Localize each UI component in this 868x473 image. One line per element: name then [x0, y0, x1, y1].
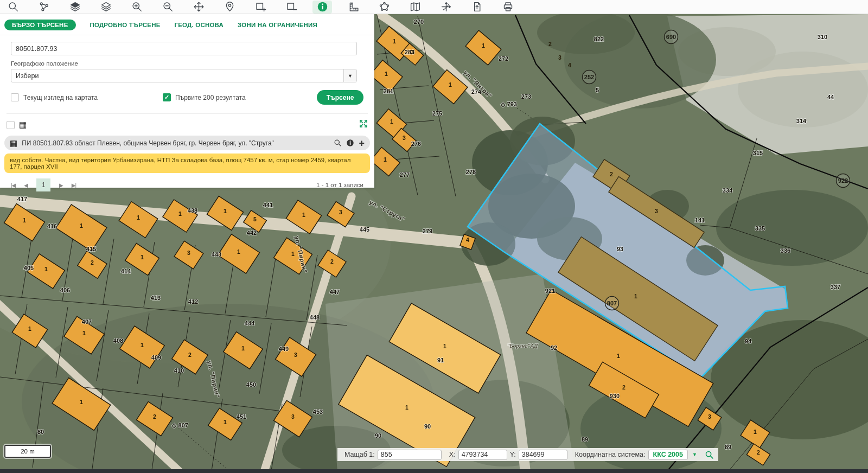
map-label: 1 [80, 399, 83, 405]
x-input[interactable] [458, 450, 507, 460]
search-button[interactable]: Търсене [317, 90, 363, 105]
zoom-in-icon[interactable] [127, 1, 146, 14]
layers-filled-icon[interactable] [65, 1, 85, 14]
result-title: ПИ 80501.807.93 област Плевен, община Че… [22, 139, 329, 147]
map-label: 1 [390, 118, 393, 125]
geo-select[interactable]: Избери ▼ [11, 69, 357, 82]
map-label: 89 [582, 436, 588, 443]
map-label: 443 [212, 251, 221, 258]
status-bar: Мащаб 1: X: Y: Координатна система: ККС … [337, 448, 718, 461]
status-search-icon[interactable] [705, 450, 714, 459]
map-label: 413 [151, 295, 161, 301]
zoom-out-icon[interactable] [158, 1, 177, 14]
search-panel: БЪРЗО ТЪРСЕНЕПОДРОБНО ТЪРСЕНЕГЕОД. ОСНОВ… [0, 14, 374, 188]
map-label: 273 [521, 93, 531, 100]
map-label: 414 [121, 268, 131, 274]
map-icon[interactable] [405, 1, 425, 14]
pagination: |◀ ◀ 1 ▶ ▶| 1 - 1 от 1 записи [11, 178, 363, 191]
search-icon[interactable] [3, 1, 23, 14]
map-label: 5 [596, 87, 599, 93]
tab-1[interactable]: ПОДРОБНО ТЪРСЕНЕ [90, 22, 161, 28]
map-label: 277 [400, 171, 410, 178]
layers-outline-icon[interactable] [96, 1, 116, 14]
map-label-circled: 252 [583, 71, 596, 84]
info-icon[interactable] [312, 1, 332, 14]
map-label: 1 [80, 222, 83, 229]
map-label: 444 [245, 320, 255, 327]
geo-select-value: Избери [11, 72, 343, 80]
map-label: 92 [551, 344, 557, 351]
map-label: 2 [91, 259, 94, 266]
map-label: 4 [466, 237, 469, 243]
print-icon[interactable] [498, 1, 518, 14]
map-label: 3 [708, 413, 711, 420]
prev-page-button[interactable]: ◀ [24, 182, 28, 188]
next-page-button[interactable]: ▶ [59, 182, 63, 188]
result-info-icon[interactable] [346, 139, 354, 147]
map-label: 1 [754, 429, 757, 435]
map-label: 406 [60, 287, 70, 293]
map-label: 3 [187, 250, 190, 256]
map-label: 448 [310, 314, 320, 321]
map-label: 2 [330, 258, 334, 265]
add-result-icon[interactable]: + [359, 138, 365, 148]
measure-icon[interactable] [343, 1, 363, 14]
geo-label: Географско положение [0, 55, 374, 69]
map-label: 3 [655, 208, 658, 214]
crs-chevron-down-icon[interactable]: ▼ [692, 452, 697, 457]
result-row[interactable]: ▦ ПИ 80501.807.93 област Плевен, община … [4, 136, 370, 150]
map-label: 407 [82, 318, 92, 325]
map-label: 405 [24, 265, 34, 271]
first-page-button[interactable]: |◀ [11, 182, 15, 188]
map-label: 335 [755, 225, 765, 232]
scale-input[interactable] [378, 450, 442, 460]
scheme-icon[interactable] [34, 1, 54, 14]
map-label: 1 [224, 208, 227, 214]
polygon-icon[interactable] [374, 1, 394, 14]
map-label: 94 [745, 338, 752, 344]
map-label-circled: 922 [837, 174, 850, 188]
map-label: 80 [37, 429, 44, 435]
tab-0[interactable]: БЪРЗО ТЪРСЕНЕ [4, 20, 76, 30]
grid-icon: ▦ [19, 120, 27, 130]
current-page[interactable]: 1 [36, 178, 50, 191]
crs-select[interactable]: ККС 2005 [648, 450, 688, 460]
map-label: 3 [294, 351, 297, 358]
y-input[interactable] [519, 450, 567, 460]
map-label: 90 [424, 423, 431, 430]
first-200-label: Първите 200 резултата [175, 94, 246, 101]
current-view-checkbox[interactable] [11, 93, 19, 101]
chevron-down-icon[interactable]: ▼ [343, 69, 356, 82]
tab-2[interactable]: ГЕОД. ОСНОВА [175, 22, 224, 28]
location-pin-icon[interactable] [220, 1, 239, 14]
select-minus-icon[interactable] [282, 1, 301, 14]
map-scale-bar: 20 m [4, 445, 51, 458]
map-label: 1 [44, 266, 48, 272]
map-label: 1 [82, 330, 86, 336]
map-label: 1 [302, 212, 305, 218]
map-label: 450 [246, 381, 256, 388]
tab-3[interactable]: ЗОНИ НА ОГРАНИЧЕНИЯ [238, 22, 317, 28]
select-all-checkbox[interactable] [7, 121, 15, 129]
pan-icon[interactable] [189, 1, 208, 14]
last-page-button[interactable]: ▶| [72, 182, 76, 188]
select-plus-icon[interactable] [251, 1, 270, 14]
search-input[interactable] [11, 42, 357, 55]
map-label: 3 [558, 54, 561, 61]
map-label: 89 [725, 444, 731, 450]
map-label: 270 [414, 18, 424, 25]
map-label: 409 [151, 354, 161, 361]
map-label: 410 [174, 367, 184, 374]
first-200-checkbox[interactable]: ✓ [163, 93, 171, 101]
map-label: 415 [86, 246, 96, 252]
zoom-to-result-icon[interactable] [334, 139, 342, 147]
map-label: 921 [545, 287, 555, 294]
map-label: 141 [695, 217, 705, 223]
map-label: 1 [237, 248, 240, 255]
expand-icon[interactable] [359, 119, 368, 130]
axes-icon[interactable] [436, 1, 456, 14]
export-icon[interactable] [467, 1, 487, 14]
map-label: 1 [241, 345, 245, 351]
map-label: 438 [188, 207, 197, 214]
map-label: 1 [405, 404, 409, 411]
